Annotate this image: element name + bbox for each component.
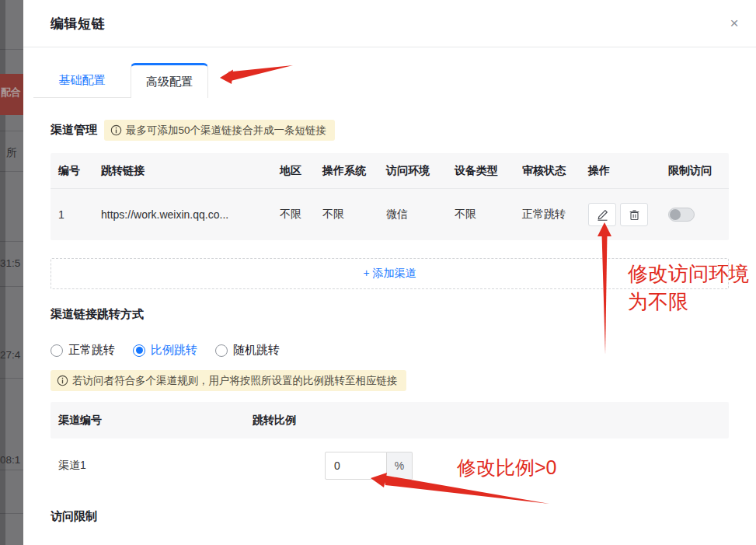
ratio-rule-tip: 若访问者符合多个渠道规则，用户将按照所设置的比例跳转至相应链接 — [51, 370, 406, 391]
percent-addon: % — [387, 452, 413, 480]
col-ops: 操作 — [580, 164, 660, 178]
radio-checked-icon — [133, 344, 145, 357]
ratio-row: 渠道1 % — [51, 438, 729, 480]
col-restrict: 限制访问 — [660, 164, 726, 178]
cell-id: 1 — [51, 208, 93, 221]
ratio-rule-tip-text: 若访问者符合多个渠道规则，用户将按照所设置的比例跳转至相应链接 — [72, 374, 398, 387]
delete-channel-button[interactable] — [620, 203, 648, 226]
tab-basic-config[interactable]: 基础配置 — [33, 63, 131, 98]
channel-limit-tip: 最多可添加50个渠道链接合并成一条短链接 — [104, 120, 335, 141]
pencil-icon — [597, 209, 608, 221]
edit-channel-button[interactable] — [588, 203, 616, 226]
col-os: 操作系统 — [315, 164, 378, 178]
cell-restrict — [660, 208, 726, 222]
ratio-table-header: 渠道编号 跳转比例 — [51, 402, 729, 438]
radio-icon — [215, 344, 228, 357]
toggle-knob — [670, 209, 681, 220]
channel-management-heading: 渠道管理 最多可添加50个渠道链接合并成一条短链接 — [51, 120, 729, 141]
info-circle-icon — [110, 124, 122, 136]
redirect-mode-label: 渠道链接跳转方式 — [51, 307, 729, 322]
cell-env: 微信 — [378, 208, 447, 222]
radio-random-redirect[interactable]: 随机跳转 — [215, 343, 280, 358]
cell-ops — [580, 203, 660, 226]
add-channel-button[interactable]: + 添加渠道 — [51, 258, 729, 289]
ratio-table: 渠道编号 跳转比例 渠道1 % — [51, 402, 729, 480]
ratio-input[interactable] — [325, 452, 387, 480]
info-circle-icon — [57, 375, 68, 386]
col-region: 地区 — [272, 164, 315, 178]
cell-region: 不限 — [272, 208, 315, 222]
radio-label: 比例跳转 — [151, 343, 197, 358]
modal-body: 基础配置 高级配置 渠道管理 最多可添加50个渠道链接合并成一条短链接 编号 跳… — [23, 63, 756, 524]
channel-table-header: 编号 跳转链接 地区 操作系统 访问环境 设备类型 审核状态 操作 限制访问 — [51, 153, 729, 189]
channel-table: 编号 跳转链接 地区 操作系统 访问环境 设备类型 审核状态 操作 限制访问 1… — [51, 153, 729, 240]
cell-status: 正常跳转 — [514, 208, 580, 222]
edit-shortlink-modal: 编辑短链 × 基础配置 高级配置 渠道管理 最多可添加50个渠道链接合并成一条短… — [23, 0, 756, 545]
cell-channel-name: 渠道1 — [51, 459, 245, 473]
cell-url: https://work.weixin.qq.co... — [93, 208, 272, 221]
radio-label: 随机跳转 — [233, 343, 280, 358]
col-ratio: 跳转比例 — [245, 414, 729, 428]
cell-device: 不限 — [447, 208, 514, 222]
modal-title: 编辑短链 — [51, 15, 105, 33]
col-status: 审核状态 — [514, 164, 580, 178]
channel-row: 1 https://work.weixin.qq.co... 不限 不限 微信 … — [51, 189, 729, 240]
col-url: 跳转链接 — [93, 164, 272, 178]
close-icon[interactable]: × — [725, 14, 744, 33]
cell-os: 不限 — [315, 208, 378, 222]
radio-label: 正常跳转 — [68, 343, 115, 358]
ratio-input-group: % — [325, 452, 413, 480]
cell-ratio: % — [245, 452, 729, 480]
modal-header: 编辑短链 × — [23, 0, 756, 47]
channel-management-label: 渠道管理 — [51, 123, 97, 138]
trash-icon — [629, 209, 640, 221]
col-device: 设备类型 — [447, 164, 514, 178]
radio-normal-redirect[interactable]: 正常跳转 — [51, 343, 115, 358]
channel-limit-tip-text: 最多可添加50个渠道链接合并成一条短链接 — [126, 124, 326, 137]
radio-icon — [51, 344, 63, 357]
config-tabs: 基础配置 高级配置 — [33, 63, 729, 98]
col-channel-id: 渠道编号 — [51, 414, 245, 428]
col-id: 编号 — [51, 164, 93, 178]
restrict-access-toggle[interactable] — [668, 208, 695, 222]
tab-advanced-config[interactable]: 高级配置 — [131, 63, 208, 98]
access-restriction-label: 访问限制 — [51, 509, 729, 524]
redirect-mode-options: 正常跳转 比例跳转 随机跳转 — [51, 343, 729, 358]
radio-ratio-redirect[interactable]: 比例跳转 — [133, 343, 197, 358]
col-env: 访问环境 — [378, 164, 447, 178]
